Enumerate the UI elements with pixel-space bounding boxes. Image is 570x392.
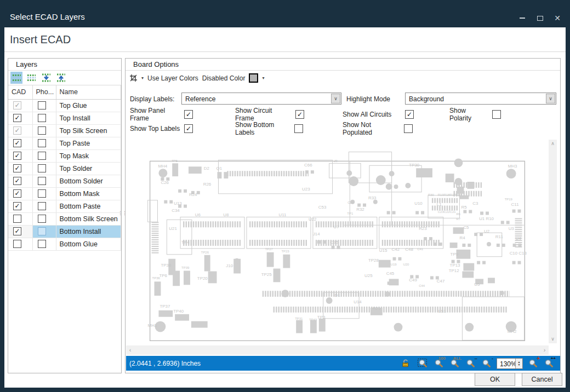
checkbox[interactable]: ✓ [13, 126, 21, 135]
column-header-cad[interactable]: CAD [8, 85, 32, 99]
zoom-100-icon[interactable]: 100 [434, 359, 444, 368]
checkbox[interactable]: ✓ [13, 189, 21, 198]
layer-row[interactable]: ✓Top Glue [8, 99, 121, 112]
checkbox[interactable] [38, 202, 46, 210]
scroll-up-icon[interactable]: ∧ [549, 140, 557, 148]
checkbox[interactable] [13, 215, 21, 223]
checkbox[interactable] [38, 177, 46, 185]
checkbox[interactable]: ✓ [13, 164, 21, 172]
layer-row[interactable]: Bottom Silk Screen [8, 212, 121, 225]
minimize-button[interactable] [516, 13, 528, 23]
scroll-down-icon[interactable]: ∨ [549, 335, 557, 343]
zoom-out-fast-icon[interactable]: -- [465, 359, 476, 368]
checkbox[interactable] [404, 124, 413, 133]
zoom-out-icon[interactable]: - [481, 359, 492, 368]
checkbox[interactable]: ✓ [405, 110, 414, 119]
cancel-button[interactable]: Cancel [522, 373, 562, 386]
chevron-down-icon[interactable]: ∨ [331, 94, 340, 103]
show-top-labels-checkbox[interactable]: Show Top Labels✓ [130, 124, 193, 133]
layer-row[interactable]: ✓Top Install [8, 112, 121, 124]
disabled-color-swatch[interactable] [249, 73, 258, 83]
zoom-tools-right: +++ [528, 359, 555, 368]
show-not-populated-checkbox[interactable]: Show Not Populated [343, 124, 413, 133]
layer-name: Top Silk Screen [56, 124, 121, 137]
spinner-arrows-icon[interactable]: ▲▼ [515, 359, 522, 368]
scroll-right-icon[interactable]: › [540, 345, 549, 355]
maximize-button[interactable] [534, 13, 546, 23]
display-labels-select[interactable]: Reference ∨ [181, 93, 341, 105]
checkbox[interactable]: ✓ [295, 110, 304, 119]
layer-row[interactable]: ✓Top Paste [8, 137, 121, 149]
checkbox[interactable]: ✓ [13, 114, 21, 122]
checkbox[interactable]: ✓ [13, 202, 21, 210]
svg-text:R7: R7 [457, 217, 461, 221]
column-header-name[interactable]: Name [56, 85, 121, 99]
show-bottom-labels-checkbox[interactable]: Show Bottom Labels [235, 124, 303, 133]
layer-row[interactable]: Bottom Glue [8, 238, 121, 250]
zoom-window-icon[interactable] [418, 359, 429, 368]
crop-tool-icon[interactable] [129, 74, 138, 82]
show-panel-frame-checkbox[interactable]: Show Panel Frame✓ [130, 110, 193, 119]
checkbox[interactable] [492, 110, 501, 119]
svg-text:R24: R24 [189, 192, 197, 197]
checkbox[interactable] [38, 114, 46, 122]
checkbox[interactable]: ✓ [184, 110, 193, 119]
checkbox[interactable] [38, 227, 46, 235]
layer-row[interactable]: ✓Top Solder [8, 162, 121, 175]
svg-text:U14: U14 [354, 299, 362, 304]
crop-dropdown-chevron-icon[interactable]: ▾ [141, 76, 144, 80]
checkbox[interactable] [38, 189, 46, 198]
layer-row[interactable]: ✓Bottom Install [8, 225, 121, 238]
pcb-preview-canvas[interactable]: MH4TP5D2Q1C66J9TP30MH3C26R26R24U13C34R33… [126, 139, 549, 345]
column-header-photo[interactable]: Pho... [32, 85, 56, 99]
zoom-in-fast-icon[interactable]: ++ [544, 359, 555, 368]
checkbox[interactable] [294, 124, 303, 133]
svg-text:U6: U6 [195, 212, 201, 217]
checkbox[interactable]: ✓ [13, 152, 21, 160]
checkbox[interactable] [38, 164, 46, 172]
zoom-spinbox[interactable]: 130% ▲▼ [497, 358, 523, 369]
zoom-all-icon[interactable]: ALL [449, 359, 460, 368]
check-all-layers-icon[interactable] [10, 72, 22, 84]
ok-button[interactable]: OK [475, 373, 515, 386]
scroll-left-icon[interactable]: ‹ [126, 345, 134, 355]
svg-text:U20: U20 [403, 263, 409, 266]
horizontal-scrollbar[interactable]: ‹ › [126, 345, 549, 355]
checkbox[interactable]: ✓ [13, 177, 21, 185]
layers-move-up-icon[interactable] [55, 72, 67, 84]
checkbox[interactable] [38, 240, 46, 248]
checkbox[interactable]: ✓ [13, 227, 21, 235]
svg-text:U19: U19 [391, 263, 397, 266]
dialog-header: Insert ECAD [4, 27, 566, 52]
svg-text:R5: R5 [461, 205, 467, 210]
checkbox[interactable]: ✓ [13, 139, 21, 147]
layer-row[interactable]: ✓Bottom Paste [8, 200, 121, 212]
layers-move-down-icon[interactable] [40, 72, 52, 84]
use-layer-colors-button[interactable]: Use Layer Colors [147, 74, 198, 82]
layer-row[interactable]: ✓Bottom Solder [8, 175, 121, 187]
zoom-in-icon[interactable]: + [528, 359, 539, 368]
chevron-down-icon[interactable]: ∨ [546, 94, 555, 103]
checkbox[interactable] [38, 101, 46, 109]
checkbox[interactable] [38, 215, 46, 223]
show-all-circuits-checkbox[interactable]: Show All Circuits✓ [343, 110, 414, 119]
layer-row[interactable]: ✓Bottom Mask [8, 187, 121, 200]
highlight-mode-select[interactable]: Background ∨ [405, 93, 556, 105]
checkbox[interactable]: ✓ [13, 101, 21, 109]
uncheck-all-layers-icon[interactable] [25, 72, 37, 84]
show-circuit-frame-checkbox[interactable]: Show Circuit Frame✓ [235, 110, 304, 119]
checkbox[interactable]: ✓ [184, 124, 193, 133]
disabled-color-chevron-icon[interactable]: ▾ [262, 76, 264, 80]
close-button[interactable]: ✕ [551, 13, 563, 23]
vertical-scrollbar[interactable]: ∧ ∨ [549, 140, 557, 343]
checkbox[interactable] [38, 126, 46, 135]
layer-row[interactable]: ✓Top Mask [8, 149, 121, 162]
checkbox[interactable] [38, 152, 46, 160]
show-polarity-checkbox[interactable]: Show Polarity [449, 110, 501, 119]
title-bar: Select ECAD Layers ✕ [0, 0, 570, 27]
panel-splitter[interactable]: ⋮⋮ [118, 212, 122, 226]
pan-lock-icon[interactable] [402, 359, 413, 368]
checkbox[interactable] [13, 240, 21, 248]
layer-row[interactable]: ✓Top Silk Screen [8, 124, 121, 137]
checkbox[interactable] [38, 139, 46, 147]
